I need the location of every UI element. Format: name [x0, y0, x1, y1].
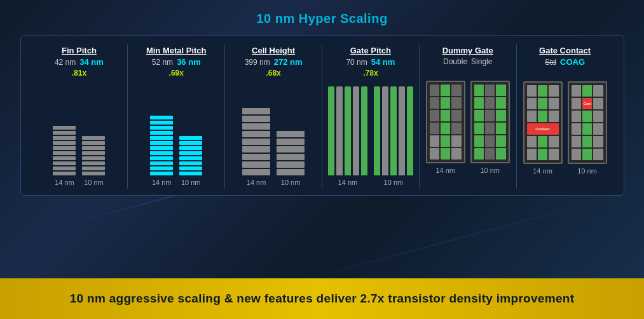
- gate-pitch-ratio: .78x: [363, 69, 378, 78]
- chip-cell: [441, 135, 450, 147]
- category-dummy-gate: Dummy Gate Double Single: [420, 44, 517, 189]
- stripe: [242, 161, 270, 168]
- chip-cell: [451, 85, 461, 96]
- chip-cell: [485, 135, 495, 147]
- chip-cell: [430, 110, 439, 121]
- gate-contact-std-chip: Contact: [523, 81, 563, 164]
- cell-height-values: 399 nm 272 nm: [245, 57, 303, 67]
- gate-contact-label-10: 10 nm: [577, 167, 597, 175]
- fin-pitch-label-14: 14 nm: [55, 179, 74, 186]
- min-metal-ratio: .69x: [169, 69, 184, 78]
- chip-cell: [527, 149, 537, 160]
- cell-height-ratio: .68x: [266, 69, 280, 78]
- gate-contact-coag-chip: Cont: [568, 81, 607, 164]
- chip-cell: [441, 123, 450, 134]
- min-metal-stack-14: [150, 86, 173, 175]
- chip-cell: [549, 85, 558, 97]
- chip-cell: [549, 149, 558, 160]
- chip-cell: [451, 97, 461, 109]
- stripe: [150, 172, 173, 175]
- fin-pitch-bar-14nm: 14 nm: [53, 86, 76, 186]
- stripe: [53, 146, 76, 150]
- stripe: [53, 131, 76, 135]
- chip-cell: [474, 97, 484, 109]
- stripe: [82, 166, 105, 170]
- category-cell-height: Cell Height 399 nm 272 nm .68x: [225, 44, 322, 189]
- chip-cell: [441, 97, 450, 109]
- stripe: [53, 156, 76, 160]
- fin-pitch-stack-10: [82, 86, 105, 175]
- gate-contact-chips: Contact 14 nm: [523, 73, 607, 175]
- gate-contact-header: Gate Contact Std COAG: [539, 44, 591, 67]
- contact-label: Cont: [584, 102, 591, 105]
- stripe: [53, 161, 76, 165]
- gate-contact-label-14: 14 nm: [533, 167, 552, 175]
- stripe: [150, 116, 173, 119]
- stripe: [150, 136, 173, 140]
- chip-cell: [593, 136, 603, 147]
- chip-cell: [430, 148, 439, 160]
- cell-height-new: 272 nm: [274, 57, 303, 67]
- stripe: [150, 151, 173, 155]
- chip-cell: [538, 136, 547, 147]
- chip-cell: [496, 97, 505, 109]
- contact-label: Contact: [535, 127, 549, 131]
- min-metal-title: Min Metal Pitch: [146, 46, 207, 55]
- stripe: [53, 172, 76, 175]
- fin-pitch-new: 34 nm: [79, 57, 104, 67]
- stripe: [277, 131, 305, 137]
- chip-cell: [582, 149, 592, 160]
- chip-cell: [593, 85, 603, 97]
- chip-cell: [538, 98, 547, 109]
- chip-cell: [527, 85, 537, 97]
- chip-cell: [474, 135, 484, 147]
- stripe: [53, 151, 76, 155]
- chip-cell: [549, 136, 558, 147]
- gate-pitch-bar-10nm: 10 nm: [374, 86, 413, 186]
- fin-pitch-bars: 14 nm 10 nm: [53, 85, 105, 186]
- min-metal-values: 52 nm 36 nm: [146, 57, 207, 67]
- stripe: [277, 161, 305, 168]
- min-metal-bars: 14 nm 10 nm: [150, 85, 202, 186]
- stripe: [82, 151, 105, 155]
- fin-pitch-label-10: 10 nm: [84, 179, 104, 186]
- stripe: [150, 131, 173, 135]
- contact-box-std: Contact: [527, 123, 559, 135]
- chip-cell: [593, 123, 603, 135]
- category-min-metal-pitch: Min Metal Pitch 52 nm 36 nm .69x: [128, 44, 225, 189]
- chip-cell: [582, 85, 592, 97]
- stripe: [150, 146, 173, 150]
- stripe: [53, 126, 76, 130]
- gate-contact-std: Std: [545, 58, 556, 67]
- cell-height-bar-14nm: 14 nm: [242, 86, 270, 186]
- vbar-green: [374, 86, 380, 175]
- chip-cell: [527, 98, 537, 109]
- gate-pitch-new: 54 nm: [371, 57, 395, 67]
- stripe: [242, 131, 270, 137]
- dummy-gate-subtitles: Double Single: [442, 57, 493, 66]
- chip-cell: [451, 135, 461, 147]
- chip-cell: [549, 98, 558, 109]
- stripe: [277, 154, 305, 160]
- stripe: [179, 156, 202, 160]
- chip-cell: [538, 85, 547, 97]
- vbar-gray: [336, 86, 343, 175]
- category-fin-pitch: Fin Pitch 42 nm 34 nm .81x: [31, 44, 128, 189]
- stripe: [242, 139, 270, 145]
- gate-pitch-bars: 14 nm 10 nm: [328, 85, 413, 186]
- gate-pitch-values: 70 nm 54 nm: [346, 57, 395, 67]
- fin-pitch-header: Fin Pitch 42 nm 34 nm .81x: [55, 44, 104, 78]
- cell-height-bars: 14 nm 10 nm: [242, 85, 305, 186]
- chip-cell: [451, 110, 461, 121]
- min-metal-bar-14nm: 14 nm: [150, 86, 173, 186]
- gate-pitch-label-14: 14 nm: [338, 179, 358, 186]
- fin-pitch-values: 42 nm 34 nm: [55, 57, 104, 67]
- chip-cell: [527, 111, 537, 122]
- chip-cell: [549, 111, 558, 122]
- stripe: [82, 146, 105, 150]
- vbar-green: [407, 86, 413, 175]
- stripe: [179, 151, 202, 155]
- stripe: [53, 166, 76, 170]
- cell-height-stack-10: [277, 86, 305, 175]
- stripe: [242, 116, 270, 122]
